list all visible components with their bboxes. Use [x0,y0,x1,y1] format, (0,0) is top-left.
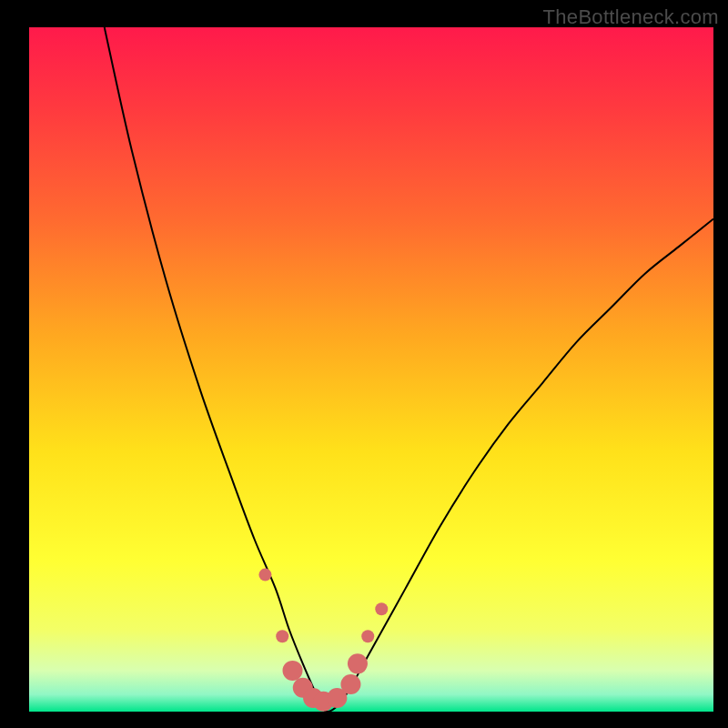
curve-marker [276,630,288,642]
watermark-label: TheBottleneck.com [543,5,719,29]
curve-marker [340,674,360,694]
plot-background [29,27,713,712]
chart-frame: TheBottleneck.com [0,0,728,728]
bottleneck-chart [0,0,728,728]
curve-marker [258,569,271,581]
curve-marker [348,653,368,673]
curve-marker [283,661,303,681]
curve-marker [361,630,374,642]
curve-marker [375,602,388,615]
